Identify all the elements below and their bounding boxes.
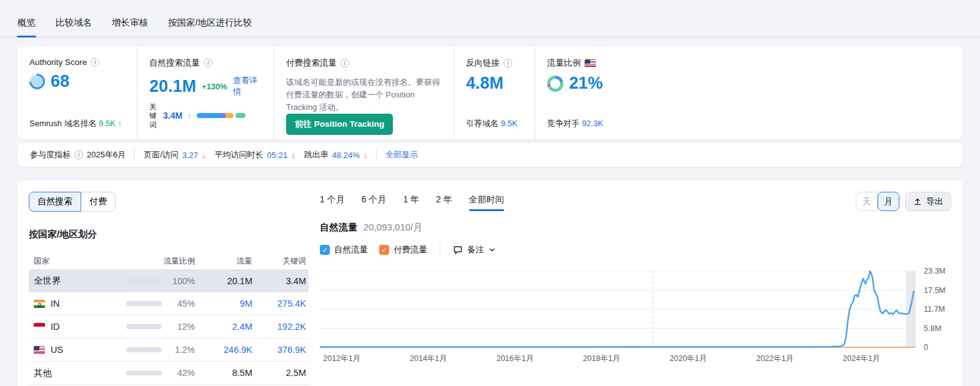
trend-down-icon: ↓ <box>364 151 368 160</box>
share-percent: 12% <box>171 322 195 332</box>
view-details-link[interactable]: 查看详情 <box>233 75 264 97</box>
organic-traffic-value: 20.1M <box>149 78 196 95</box>
referring-domains-label: 引荐域名 <box>466 119 498 128</box>
tab-growth-report[interactable]: 增长审核 <box>111 11 149 37</box>
x-axis-label: 2018年1月 <box>583 354 620 364</box>
col-traffic: 流量 <box>195 256 252 267</box>
semrush-rank-value[interactable]: 9.5K ↑ <box>99 119 122 128</box>
referring-domains-value[interactable]: 9.5K <box>501 119 518 128</box>
checkbox-checked-icon[interactable]: ✓ <box>320 245 330 255</box>
competitors-value[interactable]: 92.3K <box>582 119 603 128</box>
paid-traffic-block: 付费搜索流量 i 该域名可能是新的或现在没有排名。要获得付费流量的数据，创建一个… <box>274 47 453 139</box>
month-toggle-button[interactable]: 月 <box>878 192 899 211</box>
trend-down-icon: ↓ <box>291 151 295 160</box>
range-1y[interactable]: 1 年 <box>403 194 419 211</box>
paid-traffic-title: 付费搜索流量 <box>286 57 337 69</box>
range-2y[interactable]: 2 年 <box>436 194 452 211</box>
y-axis-label: 17.5M <box>924 286 946 295</box>
country-name: 其他 <box>34 367 52 379</box>
engagement-period: 2025年6月 <box>87 149 126 161</box>
info-icon[interactable]: i <box>74 151 83 159</box>
time-range-tabs: 1 个月 6 个月 1 年 2 年 全部时间 <box>320 192 504 211</box>
semrush-rank-label: Semrush 域名排名 <box>29 119 97 128</box>
range-all-time[interactable]: 全部时间 <box>469 194 504 211</box>
col-keywords: 关键词 <box>252 256 309 267</box>
range-6m[interactable]: 6 个月 <box>362 194 387 211</box>
tab-overview[interactable]: 概览 <box>17 11 36 37</box>
traffic-trend-chart[interactable]: 2012年1月2014年1月2016年1月2018年1月2020年1月2022年… <box>320 271 951 370</box>
checkbox-checked-icon[interactable]: ✓ <box>379 245 389 255</box>
traffic-share-value: 21% <box>569 75 603 92</box>
info-icon[interactable]: i <box>91 58 99 67</box>
traffic-value-link[interactable]: 2.4M <box>232 322 252 332</box>
intent-segment-commercial <box>225 113 234 118</box>
legend-paid-label: 付费流量 <box>393 244 427 255</box>
legend-organic-traffic[interactable]: ✓ 自然流量 <box>320 244 368 255</box>
share-percent: 45% <box>171 299 195 309</box>
y-axis-label: 23.3M <box>924 267 946 275</box>
traffic-value-link[interactable]: 9M <box>240 299 252 309</box>
table-row-us[interactable]: US 1.2% 246.9K 376.9K <box>29 339 309 362</box>
paid-traffic-message: 该域名可能是新的或现在没有排名。要获得付费流量的数据，创建一个 Position… <box>286 76 443 114</box>
info-icon[interactable]: i <box>340 59 349 67</box>
chart-title: 自然流量 <box>320 222 357 234</box>
keywords-value[interactable]: 3.4M <box>163 111 182 121</box>
backlinks-value: 4.8M <box>466 75 503 92</box>
bounce-rate-label: 跳出率 <box>304 149 329 161</box>
notes-dropdown[interactable]: 备注 <box>453 244 496 255</box>
divider <box>134 149 135 161</box>
notes-label: 备注 <box>467 244 484 255</box>
keywords-value-link[interactable]: 275.4K <box>277 299 306 309</box>
legend-paid-traffic[interactable]: ✓ 付费流量 <box>379 244 427 255</box>
share-percent: 1.2% <box>171 345 195 355</box>
avg-visit-duration-value: 05:21 <box>267 151 288 160</box>
export-label: 导出 <box>926 196 943 207</box>
share-bar <box>126 347 162 352</box>
keywords-label: 关键词 <box>149 102 158 129</box>
table-row-worldwide[interactable]: 全世界 100% 20.1M 3.4M <box>29 269 309 292</box>
us-flag-icon <box>34 346 45 354</box>
traffic-value-link[interactable]: 246.9K <box>224 345 252 355</box>
engagement-metrics-bar: 参与度指标 i 2025年6月 页面/访问 3.27 ↓ 平均访问时长 05:2… <box>17 143 963 167</box>
chart-plot[interactable] <box>320 271 915 347</box>
keywords-value: 3.4M <box>252 276 309 286</box>
overview-metrics-card: Authority Score i 68 Semrush 域名排名 9.5K ↑… <box>17 47 963 139</box>
col-country: 国家 <box>29 256 126 267</box>
tab-compare-by-country[interactable]: 按国家/地区进行比较 <box>167 11 253 37</box>
x-axis-label: 2012年1月 <box>323 354 360 364</box>
organic-toggle-button[interactable]: 自然搜索 <box>29 192 81 212</box>
backlinks-block: 反向链接 i 4.8M 引荐域名 9.5K <box>453 47 535 139</box>
y-axis-label: 5.8M <box>924 324 941 333</box>
gridlines <box>320 271 915 347</box>
keywords-trend-arrow: ↑ <box>187 111 192 121</box>
note-bubble-icon <box>453 245 463 255</box>
intent-segment-transactional <box>235 113 245 118</box>
x-axis-label: 2014年1月 <box>410 354 447 364</box>
info-icon[interactable]: i <box>204 59 212 67</box>
keywords-value-link[interactable]: 192.2K <box>277 322 306 332</box>
keywords-value: 2.5M <box>252 368 309 378</box>
show-all-link[interactable]: 全部显示 <box>385 149 418 161</box>
range-1m[interactable]: 1 个月 <box>320 194 345 211</box>
share-bar <box>126 279 162 284</box>
share-percent: 100% <box>171 276 195 286</box>
share-bar <box>126 370 162 375</box>
competitors-label: 竞争对手 <box>547 119 580 128</box>
paid-toggle-button[interactable]: 付费 <box>81 192 116 212</box>
tab-compare-domains[interactable]: 比较域名 <box>55 11 92 37</box>
bounce-rate-value: 48.24% <box>332 151 360 160</box>
position-tracking-button[interactable]: 前往 Position Tracking <box>286 114 393 135</box>
export-button[interactable]: 导出 <box>905 192 951 211</box>
keywords-intent-bar <box>197 113 245 118</box>
traffic-value: 8.5M <box>195 368 252 378</box>
info-icon[interactable]: i <box>503 59 512 67</box>
x-axis-label: 2024年1月 <box>843 354 880 364</box>
table-row-other[interactable]: 其他 42% 8.5M 2.5M <box>29 362 309 385</box>
countries-table-title: 按国家/地区划分 <box>29 229 309 240</box>
table-row-in[interactable]: IN 45% 9M 275.4K <box>29 292 309 315</box>
x-axis: 2012年1月2014年1月2016年1月2018年1月2020年1月2022年… <box>320 354 915 370</box>
day-toggle-button[interactable]: 天 <box>856 192 878 211</box>
keywords-value-link[interactable]: 376.9K <box>277 345 306 355</box>
legend-organic-label: 自然流量 <box>334 244 368 255</box>
table-row-id[interactable]: ID 12% 2.4M 192.2K <box>29 315 309 339</box>
